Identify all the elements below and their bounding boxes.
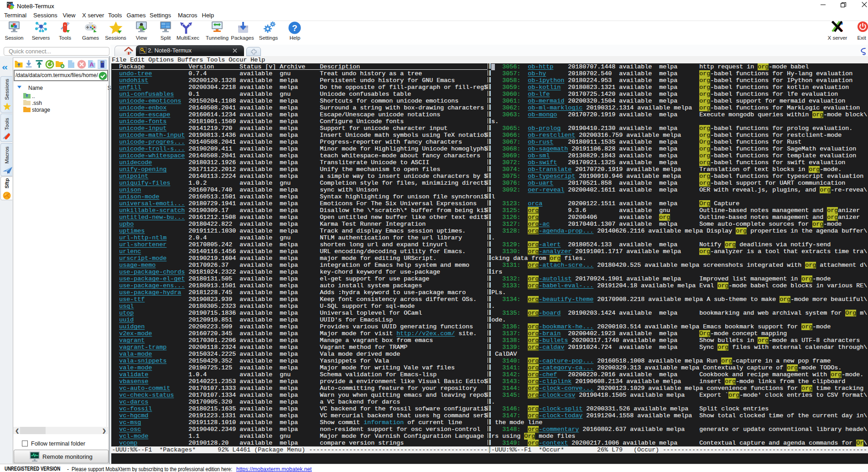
- svg-text:A: A: [89, 61, 94, 68]
- svg-text:?: ?: [292, 23, 297, 33]
